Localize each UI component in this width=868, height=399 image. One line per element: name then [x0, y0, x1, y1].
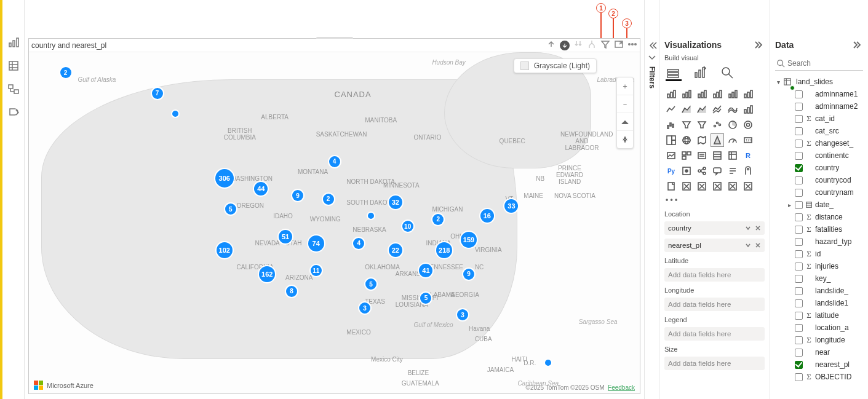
field-item[interactable]: Σdistance	[773, 211, 866, 223]
map-data-bubble[interactable]: 306	[215, 169, 234, 188]
viz-type-waterfall[interactable]	[664, 118, 678, 132]
map-data-bubble[interactable]: 8	[286, 286, 297, 297]
field-item[interactable]: landslide_	[773, 285, 866, 297]
field-item[interactable]: ▸date_	[773, 199, 866, 211]
viz-type-matrix[interactable]	[726, 149, 739, 162]
field-item[interactable]: Σfatalities	[773, 223, 866, 235]
viz-type-rpt2[interactable]	[695, 180, 709, 193]
viz-type-globe[interactable]	[680, 133, 693, 147]
field-item[interactable]: Σlongitude	[773, 334, 866, 346]
format-visual-tab[interactable]	[693, 65, 709, 81]
field-well-placeholder[interactable]: Add data fields here	[664, 357, 765, 370]
map-data-bubble[interactable]: 2	[60, 67, 71, 78]
map-data-bubble[interactable]: 16	[480, 209, 494, 223]
more-options-icon[interactable]	[627, 39, 637, 51]
viz-type-sbarh[interactable]	[695, 87, 709, 101]
field-item[interactable]: country	[773, 162, 866, 174]
field-item[interactable]: hazard_typ	[773, 235, 866, 248]
map-data-bubble[interactable]: 4	[353, 238, 364, 249]
viz-type-map[interactable]	[695, 133, 709, 147]
viz-type-funnel2[interactable]	[695, 118, 709, 132]
field-item[interactable]: adminname2	[773, 100, 866, 113]
map-data-bubble[interactable]: 5	[225, 203, 236, 215]
expand-filters-icon[interactable]	[647, 41, 657, 50]
viz-type-kpi[interactable]	[664, 149, 678, 162]
field-well-pill[interactable]: nearest_pl	[664, 239, 765, 252]
field-well-placeholder[interactable]: Add data fields here	[664, 298, 765, 311]
viz-type-card[interactable]: 123	[741, 133, 755, 147]
viz-type-keyinf[interactable]	[680, 164, 693, 178]
viz-type-areash[interactable]	[695, 103, 709, 116]
viz-type-qna[interactable]	[711, 164, 724, 178]
viz-type-slicer[interactable]	[695, 149, 709, 162]
field-item[interactable]: nearest_pl	[773, 358, 866, 371]
field-item[interactable]: location_a	[773, 322, 866, 334]
field-item[interactable]: adminname1	[773, 88, 866, 100]
viz-type-line[interactable]	[664, 103, 678, 116]
map-data-bubble[interactable]: 41	[419, 264, 432, 277]
map-data-bubble[interactable]: 10	[402, 221, 413, 232]
map-data-bubble[interactable]: 5	[365, 279, 376, 290]
viz-type-funnel[interactable]	[680, 118, 693, 132]
expand-viz-pane-icon[interactable]	[755, 40, 765, 50]
expand-hierarchy-icon[interactable]	[587, 39, 597, 51]
drill-down-icon[interactable]	[560, 41, 570, 50]
focus-mode-icon[interactable]	[614, 39, 624, 51]
zoom-in-button[interactable]: ＋	[617, 77, 633, 95]
field-item[interactable]: near	[773, 346, 866, 358]
field-item[interactable]: landslide1	[773, 297, 866, 309]
viz-type-area[interactable]	[680, 103, 693, 116]
map-data-bubble[interactable]: 3	[457, 309, 468, 320]
viz-type-scatter[interactable]	[711, 118, 724, 132]
field-item[interactable]: Σchangeset_	[773, 137, 866, 149]
viz-type-bars2[interactable]	[741, 103, 755, 116]
map-data-bubble[interactable]: 32	[389, 196, 402, 209]
compass-button[interactable]	[617, 130, 633, 148]
viz-type-sbar100[interactable]	[726, 87, 739, 101]
map-data-bubble[interactable]: 162	[259, 266, 275, 282]
viz-type-multi[interactable]	[680, 149, 693, 162]
field-well-placeholder[interactable]: Add data fields here	[664, 268, 765, 282]
viz-type-ribbon[interactable]	[726, 103, 739, 116]
viz-type-narr[interactable]	[726, 164, 739, 178]
map-data-bubble[interactable]	[172, 111, 178, 117]
viz-type-gauge[interactable]	[726, 133, 739, 147]
map-data-bubble[interactable]: 11	[311, 265, 322, 276]
map-visual-container[interactable]: country and nearest_pl Hudson BayGulf of…	[28, 38, 640, 394]
analytics-tab[interactable]	[720, 65, 736, 81]
viz-type-pag[interactable]	[664, 180, 678, 193]
report-view-icon[interactable]	[8, 37, 19, 48]
drill-up-icon[interactable]	[546, 39, 556, 51]
viz-type-app2[interactable]	[741, 180, 755, 193]
field-item[interactable]: cat_src	[773, 125, 866, 137]
dax-view-icon[interactable]	[8, 107, 19, 118]
field-item[interactable]: continentc	[773, 149, 866, 162]
table-view-icon[interactable]	[8, 60, 19, 71]
field-item[interactable]: Σid	[773, 248, 866, 260]
model-view-icon[interactable]	[8, 84, 19, 95]
field-well-pill[interactable]: country	[664, 221, 765, 235]
viz-type-app1[interactable]	[726, 180, 739, 193]
map-data-bubble[interactable]: 102	[217, 242, 233, 258]
viz-type-table[interactable]	[711, 149, 724, 162]
field-well-placeholder[interactable]: Add data fields here	[664, 327, 765, 341]
map-data-bubble[interactable]: 74	[308, 235, 324, 251]
viz-type-azmap[interactable]	[711, 133, 724, 147]
viz-type-lines[interactable]	[711, 103, 724, 116]
viz-type-donut[interactable]	[741, 118, 755, 132]
map-data-bubble[interactable]: 9	[292, 190, 303, 201]
expand-next-level-icon[interactable]	[573, 39, 583, 51]
map-data-bubble[interactable]: 7	[152, 88, 163, 99]
field-item[interactable]: Σinjuries	[773, 260, 866, 272]
map-data-bubble[interactable]: 3	[359, 302, 370, 314]
pitch-button[interactable]	[617, 113, 633, 130]
viz-type-goals[interactable]	[741, 164, 755, 178]
viz-type-Py[interactable]: Py	[664, 164, 678, 178]
map-data-bubble[interactable]: 51	[279, 230, 292, 243]
map-style-chip[interactable]: Grayscale (Light)	[514, 58, 597, 73]
filter-applied-icon[interactable]	[600, 39, 610, 51]
viz-type-decomp[interactable]	[695, 164, 709, 178]
viz-type-tree[interactable]	[664, 133, 678, 147]
viz-type-sbar[interactable]	[664, 87, 678, 101]
viz-type-cbar[interactable]	[680, 87, 693, 101]
